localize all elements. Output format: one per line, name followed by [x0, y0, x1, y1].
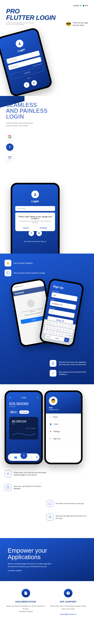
- balance-value: 626,960086: [9, 402, 38, 406]
- home-title: HOME: [21, 397, 26, 398]
- search-icon[interactable]: ⚲: [37, 396, 38, 398]
- support-col: APP SUPPORT Need further help ? we're al…: [48, 589, 88, 616]
- hero-title: PRO FLUTTER LOGIN: [6, 8, 88, 21]
- hero-blurb: 😎 Focus on your app not your log in: [66, 22, 88, 26]
- oauth-modal: "Flutter Login" Wants to Use "google.com…: [15, 214, 55, 231]
- signout-icon: ↪: [49, 438, 51, 440]
- nav-home-icon[interactable]: ⌂: [9, 456, 11, 458]
- fb-avatar-icon: [26, 299, 35, 308]
- sunglasses-emoji-icon: 😎: [66, 22, 71, 26]
- nav-heart-icon[interactable]: ♡: [30, 456, 33, 459]
- drawer-item-signout[interactable]: ↪Sign Out: [46, 435, 81, 442]
- svg-point-2: [7, 486, 9, 487]
- mail-icon: [6, 154, 13, 161]
- firebase-icon: [4, 260, 11, 266]
- home-phone: ☰ HOME ⚲ 626,960086 My balance 📊 Stats E…: [4, 390, 43, 464]
- drawer-item-home[interactable]: ⌂Home: [46, 414, 81, 421]
- login-avatar-icon: [15, 39, 24, 48]
- drawer-name: test: [49, 406, 78, 409]
- modal-cancel-button[interactable]: Cancel: [23, 227, 29, 229]
- login-avatar-icon: [31, 190, 39, 198]
- feature-item: Nice and clean minimal responsive design: [4, 270, 90, 276]
- chart-icon: [12, 430, 36, 437]
- facebook-icon[interactable]: f: [23, 82, 30, 88]
- platform-badges: android iOS: [6, 4, 88, 6]
- menu-icon[interactable]: ☰: [9, 396, 11, 398]
- check-icon: [50, 370, 56, 376]
- svg-rect-0: [7, 272, 9, 274]
- documentation-col: DOCUMENTATION Award winning documentatio…: [6, 589, 46, 616]
- social-icons-list: f: [6, 133, 88, 161]
- support-title: APP SUPPORT: [48, 600, 88, 603]
- nav-profile-icon[interactable]: ☰: [36, 456, 38, 459]
- empower-heading: Empower your Applications: [8, 547, 86, 560]
- home-screen-icon: [47, 500, 53, 507]
- bottom-nav: ⌂ 👥 + ♡ ☰: [8, 454, 40, 461]
- design-icon: [4, 270, 11, 276]
- modal-body: This allows the app and website to share…: [18, 220, 53, 224]
- empower-section: Empower your Applications Whit an access…: [0, 538, 94, 581]
- login-title: Login: [15, 200, 55, 203]
- lock-icon: [50, 360, 56, 367]
- gear-icon: ⚙: [49, 430, 51, 432]
- feature-item: Easy Firebase Integration.: [4, 260, 90, 266]
- email-field[interactable]: Your Email: [15, 206, 55, 211]
- support-icon: [64, 589, 72, 598]
- empower-body: Whit an accessible loggin framework for …: [8, 562, 56, 568]
- document-icon: [22, 589, 30, 598]
- nav-users-icon[interactable]: 👥: [14, 456, 17, 459]
- empower-cta: constantly updated: [8, 569, 56, 572]
- drawer-email: test@test.com: [49, 409, 78, 410]
- feature-item: Mail, password and username BLOC Validat…: [50, 370, 90, 376]
- features-left: Drawer style menu with the user informat…: [4, 470, 47, 494]
- doc-body: Award winning documentation for all the …: [6, 605, 46, 613]
- ios-badge: iOS: [83, 4, 88, 6]
- database-icon: [4, 484, 11, 491]
- date-label: Feb 24, 11:00 AM: [12, 428, 36, 429]
- rate-label: Rate: [12, 423, 36, 424]
- drawer-header: 👨 test test@test.com: [46, 392, 81, 414]
- stats-button[interactable]: 📊 Stats: [9, 410, 18, 414]
- seamless-subtext: Super fast login with most used and trus…: [6, 122, 37, 127]
- drawer-phone: 👨 test test@test.com ⌂Home 👤Perfil ⚙Sett…: [44, 390, 83, 464]
- hero-section: android iOS PRO FLUTTER LOGIN EASY AND S…: [0, 0, 94, 96]
- svg-point-1: [7, 272, 8, 273]
- signup-prompt[interactable]: Don't have an Account? Sign Up: [15, 241, 55, 242]
- support-body: Need further help ? we're allways happy …: [48, 605, 88, 616]
- feature-item: Password reset and User registration wit…: [50, 360, 90, 367]
- home-section: ☰ HOME ⚲ 626,960086 My balance 📊 Stats E…: [0, 384, 94, 538]
- seamless-heading: SEAMLESS AND PAINLESS LOGIN: [6, 102, 88, 120]
- clock-icon: [47, 514, 53, 520]
- rate-value: $0,069194: [12, 420, 36, 423]
- features-section-1: Easy Firebase Integration. Nice and clea…: [0, 254, 94, 384]
- drawer-item-profile[interactable]: 👤Perfil: [46, 421, 81, 428]
- modal-title: "Flutter Login" Wants to Use "google.com…: [18, 216, 53, 220]
- nav-add-icon[interactable]: +: [20, 452, 27, 459]
- facebook-icon: f: [6, 144, 13, 151]
- google-icon[interactable]: G: [36, 230, 42, 236]
- support-email-link[interactable]: support@acnstudio.co: [60, 613, 77, 615]
- drawer-icon: [4, 470, 11, 477]
- google-icon[interactable]: G: [31, 80, 38, 86]
- drawer-avatar-icon: 👨: [49, 396, 57, 405]
- doc-title: DOCUMENTATION: [6, 600, 46, 603]
- social-login-row: f G: [13, 77, 47, 91]
- modal-continue-button[interactable]: Continue: [40, 227, 47, 229]
- seamless-phone-mock: Login Your Email Password LOGIN — OR — f…: [11, 183, 60, 254]
- features-right: Pre built in Home Screen for your app Sa…: [47, 500, 90, 524]
- android-badge: android: [73, 4, 82, 6]
- user-icon: 👤: [49, 423, 52, 425]
- docs-section: DOCUMENTATION Award winning documentatio…: [0, 581, 94, 626]
- exchange-button[interactable]: Exchange: [19, 410, 29, 414]
- google-icon: [6, 133, 13, 140]
- hero-phone-mock: Login Your Email Password Forgot Passwor…: [0, 27, 53, 96]
- balance-label: My balance: [9, 406, 38, 407]
- drawer-item-settings[interactable]: ⚙Settings: [46, 428, 81, 435]
- facebook-icon[interactable]: f: [29, 230, 34, 236]
- seamless-section: SEAMLESS AND PAINLESS LOGIN Super fast l…: [0, 96, 94, 254]
- home-icon: ⌂: [49, 416, 50, 418]
